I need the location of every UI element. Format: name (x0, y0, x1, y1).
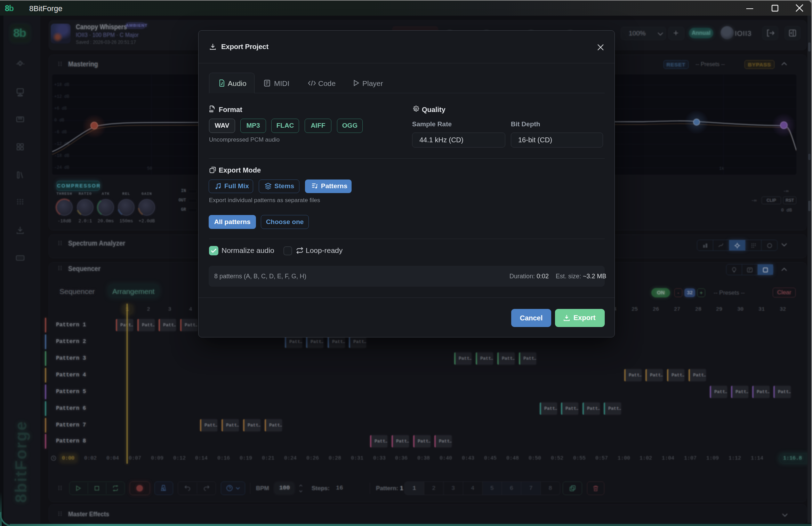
svg-text:DOC: DOC (210, 110, 214, 112)
